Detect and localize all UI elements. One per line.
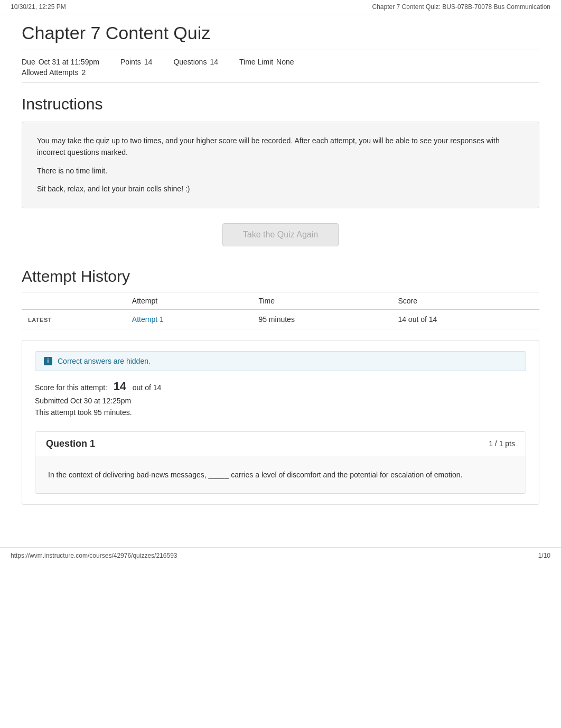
questions-meta: Questions 14 xyxy=(173,58,218,66)
instructions-para3: Sit back, relax, and let your brain cell… xyxy=(37,183,524,195)
col-tag xyxy=(22,292,126,309)
take-quiz-btn-container: Take the Quiz Again xyxy=(22,223,539,246)
question-pts-1: 1 / 1 pts xyxy=(489,439,515,448)
submitted-info: Submitted Oct 30 at 12:25pm xyxy=(35,397,526,405)
take-quiz-button[interactable]: Take the Quiz Again xyxy=(222,223,339,246)
allowed-attempts-meta: Allowed Attempts 2 xyxy=(22,68,86,77)
allowed-attempts-label: Allowed Attempts xyxy=(22,68,78,77)
question-header-1: Question 1 1 / 1 pts xyxy=(35,432,526,456)
allowed-attempts-value: 2 xyxy=(81,68,86,77)
table-row: LATEST Attempt 1 95 minutes 14 out of 14 xyxy=(22,309,539,329)
attempt-history-title: Attempt History xyxy=(22,263,539,292)
questions-label: Questions xyxy=(173,58,207,66)
points-label: Points xyxy=(120,58,141,66)
footer-url: https://wvm.instructure.com/courses/4297… xyxy=(11,552,177,559)
due-meta: Due Oct 31 at 11:59pm xyxy=(22,58,99,66)
instructions-para2: There is no time limit. xyxy=(37,165,524,177)
instructions-para1: You may take the quiz up to two times, a… xyxy=(37,135,524,159)
questions-value: 14 xyxy=(210,58,218,66)
latest-label: LATEST xyxy=(28,317,52,323)
score-number: 14 xyxy=(114,380,126,393)
row-time: 95 minutes xyxy=(252,309,391,329)
page-title-bar: Chapter 7 Content Quiz: BUS-078B-70078 B… xyxy=(372,3,550,11)
instructions-title: Instructions xyxy=(22,82,539,122)
correct-answers-banner: i Correct answers are hidden. xyxy=(35,351,526,371)
attempt-link[interactable]: Attempt 1 xyxy=(132,315,164,324)
question-block-1: Question 1 1 / 1 pts In the context of d… xyxy=(35,431,526,494)
score-total: out of 14 xyxy=(133,383,162,392)
info-icon: i xyxy=(44,357,52,365)
due-label: Due xyxy=(22,58,35,66)
col-attempt: Attempt xyxy=(126,292,253,309)
question-body-1: In the context of delivering bad-news me… xyxy=(35,456,526,493)
timestamp: 10/30/21, 12:25 PM xyxy=(11,3,66,11)
footer-bar: https://wvm.instructure.com/courses/4297… xyxy=(0,547,561,564)
time-limit-label: Time Limit xyxy=(239,58,273,66)
time-limit-meta: Time Limit None xyxy=(239,58,294,66)
quiz-title: Chapter 7 Content Quiz xyxy=(22,14,539,50)
quiz-meta: Due Oct 31 at 11:59pm Points 14 Question… xyxy=(22,50,539,82)
points-value: 14 xyxy=(144,58,153,66)
score-info-line: Score for this attempt: 14 out of 14 xyxy=(35,380,526,393)
footer-page: 1/10 xyxy=(538,552,550,559)
points-meta: Points 14 xyxy=(120,58,153,66)
question-title-1: Question 1 xyxy=(46,438,95,449)
instructions-box: You may take the quiz up to two times, a… xyxy=(22,122,539,208)
time-limit-value: None xyxy=(276,58,294,66)
due-value: Oct 31 at 11:59pm xyxy=(39,58,99,66)
banner-text: Correct answers are hidden. xyxy=(58,357,151,365)
top-bar: 10/30/21, 12:25 PM Chapter 7 Content Qui… xyxy=(0,0,561,14)
took-info: This attempt took 95 minutes. xyxy=(35,408,526,417)
col-score: Score xyxy=(391,292,539,309)
row-tag: LATEST xyxy=(22,309,126,329)
col-time: Time xyxy=(252,292,391,309)
score-detail-box: i Correct answers are hidden. Score for … xyxy=(22,340,539,505)
row-score: 14 out of 14 xyxy=(391,309,539,329)
score-for-attempt-label: Score for this attempt: xyxy=(35,383,107,392)
attempt-history-table: Attempt Time Score LATEST Attempt 1 95 m… xyxy=(22,292,539,329)
row-attempt: Attempt 1 xyxy=(126,309,253,329)
